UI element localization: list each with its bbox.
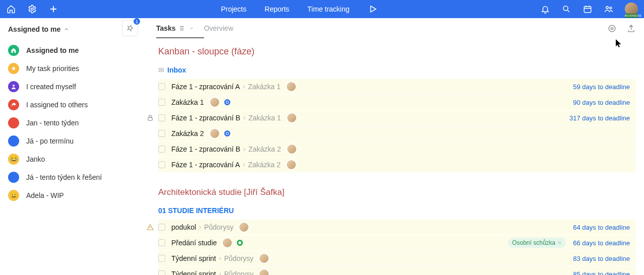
chevron-down-icon: [189, 26, 194, 31]
sidebar-header[interactable]: Assigned to me: [8, 25, 113, 33]
task-path: Zakázka 2: [248, 161, 281, 169]
sidebar-item-icon: [8, 117, 19, 128]
sidebar-item[interactable]: I assigned to others: [8, 96, 113, 114]
assignee-avatar[interactable]: [286, 159, 297, 170]
nav-time-tracking[interactable]: Time tracking: [307, 5, 350, 13]
task-path: Zakázka 1: [248, 83, 281, 91]
svg-marker-1: [370, 6, 376, 12]
svg-point-0: [31, 8, 34, 11]
task-row[interactable]: Zakázka 2: [158, 126, 636, 141]
user-avatar[interactable]: BUSINESS: [625, 3, 638, 16]
subgroup-studie[interactable]: 01 STUDIE INTERIÉRU: [158, 207, 636, 215]
settings-icon[interactable]: [607, 23, 617, 33]
sidebar-item-label: My task priorities: [26, 64, 79, 73]
task-checkbox[interactable]: [158, 224, 165, 231]
task-checkbox[interactable]: [158, 161, 165, 168]
assignee-avatar[interactable]: [259, 268, 270, 275]
home-icon[interactable]: [6, 4, 16, 14]
task-checkbox[interactable]: [158, 83, 165, 90]
calendar-icon[interactable]: [583, 4, 593, 14]
task-row[interactable]: Fáze 1 - zpracování B›Zakázka 1317 days …: [158, 110, 636, 125]
sidebar-item-icon: 😀: [8, 190, 19, 201]
sidebar-item[interactable]: I created myself: [8, 78, 113, 96]
sidebar-item-label: Já - po termínu: [26, 137, 74, 145]
task-row[interactable]: Předání studieOsobní schůzka✕66 days to …: [158, 235, 636, 250]
task-name: Fáze 1 - zpracování B: [171, 145, 240, 153]
task-checkbox[interactable]: [158, 114, 165, 121]
path-separator: ›: [199, 224, 201, 231]
task-checkbox[interactable]: [158, 255, 165, 262]
sidebar-item-label: I assigned to others: [26, 101, 88, 109]
task-row[interactable]: Fáze 1 - zpracování A›Zakázka 2: [158, 157, 636, 172]
pin-filter[interactable]: 1: [122, 20, 138, 36]
sidebar-item[interactable]: Assigned to me: [8, 41, 113, 59]
task-row[interactable]: Fáze 1 - zpracování B›Zakázka 2: [158, 142, 636, 157]
task-deadline: 59 days to deadline: [573, 83, 630, 91]
task-checkbox[interactable]: [158, 239, 165, 246]
sidebar-item[interactable]: 😀Adela - WIP: [8, 186, 113, 204]
assignee-avatar[interactable]: [209, 97, 220, 108]
tab-overview[interactable]: Overview: [204, 20, 233, 36]
svg-point-8: [609, 25, 615, 32]
sidebar-item-label: I created myself: [26, 83, 76, 91]
envelope-icon: ✉: [158, 66, 164, 74]
svg-point-5: [610, 7, 612, 9]
play-icon[interactable]: [368, 4, 378, 14]
task-checkbox[interactable]: [158, 99, 165, 106]
topbar: Projects Reports Time tracking BUSINESS: [0, 0, 644, 18]
sidebar-item[interactable]: Jan - tento týden: [8, 114, 113, 132]
list-icon: [179, 25, 186, 32]
assignee-avatar[interactable]: [286, 144, 297, 155]
plus-icon[interactable]: [48, 4, 58, 14]
task-checkbox[interactable]: [158, 270, 165, 275]
sidebar-item-label: Adela - WIP: [26, 191, 64, 199]
gear-icon[interactable]: [27, 4, 37, 14]
subgroup-inbox[interactable]: ✉ Inbox: [158, 66, 636, 74]
sidebar-item-icon: [8, 63, 19, 74]
group-title-2[interactable]: Architektonická studie [Jiří Šafka]: [158, 187, 636, 197]
warning-icon: [147, 224, 154, 231]
task-row[interactable]: Zakázka 190 days to deadline: [158, 95, 636, 110]
sidebar-item[interactable]: 😂Janko: [8, 150, 113, 168]
path-separator: ›: [243, 146, 245, 153]
task-row[interactable]: podukol›Půdorysy64 days to deadline: [158, 220, 636, 235]
svg-point-2: [563, 6, 568, 11]
tabs-row: 1 Tasks Overview: [113, 18, 644, 38]
sidebar-item-icon: [8, 45, 19, 56]
sidebar-item[interactable]: My task priorities: [8, 59, 113, 78]
group-title[interactable]: Kanban - sloupce (fáze): [158, 46, 636, 57]
search-icon[interactable]: [561, 4, 571, 14]
sidebar-header-label: Assigned to me: [8, 25, 60, 33]
assignee-avatar[interactable]: [286, 112, 297, 123]
nav-reports[interactable]: Reports: [265, 5, 289, 13]
sidebar-item[interactable]: Já - po termínu: [8, 132, 113, 150]
task-checkbox[interactable]: [158, 130, 165, 137]
sidebar-item-label: Assigned to me: [26, 46, 79, 54]
assignee-avatar[interactable]: [238, 222, 249, 233]
task-row[interactable]: Týdenní sprint›Půdorysy83 days to deadli…: [158, 251, 636, 266]
assignee-avatar[interactable]: [222, 237, 233, 248]
share-icon[interactable]: [626, 23, 636, 33]
tag-pill[interactable]: Osobní schůzka✕: [508, 238, 566, 248]
task-path: Půdorysy: [224, 270, 253, 275]
topbar-right: BUSINESS: [540, 3, 638, 16]
task-row[interactable]: Fáze 1 - zpracování A›Zakázka 159 days t…: [158, 79, 636, 94]
sidebar-item-icon: [8, 172, 19, 183]
nav-projects[interactable]: Projects: [221, 5, 246, 13]
tab-tasks[interactable]: Tasks: [156, 20, 194, 36]
content: Kanban - sloupce (fáze) ✉ Inbox Fáze 1 -…: [113, 38, 644, 275]
people-icon[interactable]: [604, 4, 614, 14]
assignee-avatar[interactable]: [259, 253, 270, 264]
task-row[interactable]: Týdenní sprint›Půdorysy85 days to deadli…: [158, 266, 636, 275]
tag-remove-icon[interactable]: ✕: [557, 240, 562, 246]
path-separator: ›: [219, 255, 221, 262]
task-checkbox[interactable]: [158, 146, 165, 153]
svg-point-6: [13, 85, 15, 87]
sidebar-item[interactable]: Já - tento týden k řešení: [8, 168, 113, 186]
assignee-avatar[interactable]: [209, 128, 220, 139]
assignee-avatar[interactable]: [286, 81, 297, 92]
topbar-center: Projects Reports Time tracking: [58, 4, 540, 14]
bell-icon[interactable]: [540, 4, 550, 14]
task-name: Fáze 1 - zpracování A: [171, 83, 240, 91]
task-name: Zakázka 1: [171, 98, 204, 106]
